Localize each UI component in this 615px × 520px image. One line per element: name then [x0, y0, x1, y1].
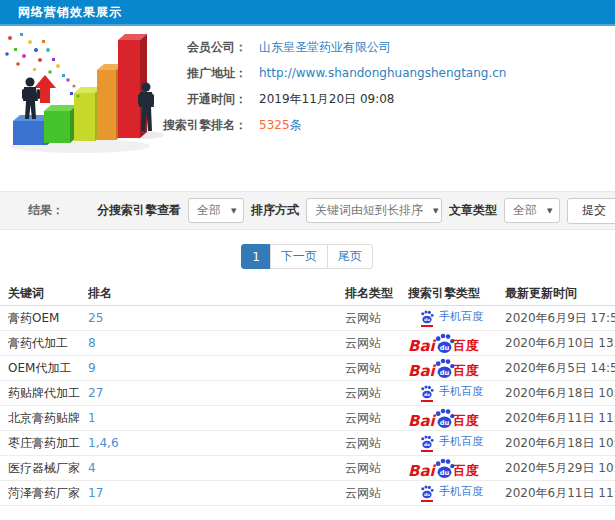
- sort-label: 排序方式: [251, 202, 299, 219]
- engine-filter-value: 全部: [197, 202, 221, 219]
- mobile-baidu-label: 手机百度: [439, 434, 483, 449]
- rank-link[interactable]: 27: [88, 386, 345, 400]
- baidu-red-underline: [421, 450, 433, 452]
- page-1-button[interactable]: 1: [241, 244, 271, 269]
- svg-text:du: du: [424, 492, 430, 497]
- baidu-paw-icon: du: [420, 435, 434, 449]
- member-info-list: 会员公司： 山东皇圣堂药业有限公司 推广地址： http://www.shand…: [147, 26, 615, 138]
- chevron-down-icon: ▼: [231, 207, 236, 215]
- table-row: 膏药OEM 25 云网站 du 手机百度: [0, 306, 615, 331]
- article-type-select[interactable]: 全部 ▼: [504, 198, 560, 223]
- baidu-paw-icon: du: [420, 485, 434, 499]
- baidu-logo-bai: Bai: [408, 339, 435, 354]
- engine-filter-select[interactable]: 全部 ▼: [188, 198, 244, 223]
- result-label: 结果：: [28, 202, 64, 219]
- submit-button[interactable]: 提交: [567, 198, 615, 224]
- promo-url-link[interactable]: http://www.shandonghuangshengtang.cn: [259, 66, 506, 80]
- table-row: 药贴牌代加工 27 云网站 du 手机百度: [0, 381, 615, 406]
- col-engine-type: 搜索引擎类型: [408, 285, 505, 302]
- baidu-logo-cn: 百度: [453, 414, 479, 428]
- last-page-button[interactable]: 尾页: [327, 244, 373, 269]
- rank-link[interactable]: 8: [88, 336, 345, 350]
- pagination: 1 下一页 尾页: [0, 244, 615, 269]
- engine-cell: Bai du 百度: [408, 358, 505, 379]
- baidu-logo: Bai du 百度: [408, 408, 479, 429]
- engine-cell: Bai du 百度: [408, 333, 505, 354]
- table-row: 菏泽膏药厂家 17 云网站 du 手机百度: [0, 481, 615, 506]
- col-rank-type: 排名类型: [345, 285, 408, 302]
- open-time-value: 2019年11月20日 09:08: [259, 91, 394, 108]
- company-link[interactable]: 山东皇圣堂药业有限公司: [259, 39, 391, 56]
- updated-cell: 2020年6月5日 14:57: [505, 360, 615, 377]
- sort-select[interactable]: 关键词由短到长排序 ▼: [306, 198, 442, 223]
- col-updated: 最新更新时间: [505, 285, 615, 302]
- baidu-logo-cn: 百度: [453, 464, 479, 478]
- baidu-paw-icon: du: [434, 408, 455, 429]
- rank-link[interactable]: 4: [88, 461, 345, 475]
- updated-cell: 2020年6月11日 11:18: [505, 410, 615, 427]
- rank-type-cell: 云网站: [345, 485, 408, 502]
- rank-link[interactable]: 9: [88, 361, 345, 375]
- svg-text:du: du: [439, 418, 449, 426]
- chevron-down-icon: ▼: [433, 207, 438, 215]
- growth-chart-illustration: [0, 28, 185, 188]
- baidu-logo-cn: 百度: [453, 339, 479, 353]
- sort-value: 关键词由短到长排序: [315, 202, 423, 219]
- rank-count-unit[interactable]: 条: [290, 118, 302, 132]
- rank-link[interactable]: 17: [88, 486, 345, 500]
- info-row-url: 推广地址： http://www.shandonghuangshengtang.…: [147, 60, 615, 86]
- rank-count-number: 5325: [259, 118, 290, 132]
- keyword-cell: 医疗器械厂家: [8, 460, 88, 477]
- svg-text:du: du: [424, 392, 430, 397]
- rank-type-cell: 云网站: [345, 385, 408, 402]
- bar-growth-graphic: [0, 28, 185, 188]
- col-rank: 排名: [88, 285, 345, 302]
- rank-link[interactable]: 25: [88, 311, 345, 325]
- keyword-cell: 北京膏药贴牌: [8, 410, 88, 427]
- table-row: 枣庄膏药加工 1,4,6 云网站 du 手机百度: [0, 431, 615, 456]
- engine-filter-label: 分搜索引擎查看: [97, 202, 181, 219]
- table-body: 膏药OEM 25 云网站 du 手机百度: [0, 306, 615, 506]
- baidu-paw-icon: du: [420, 310, 434, 324]
- svg-text:du: du: [424, 317, 430, 322]
- mobile-baidu-label: 手机百度: [439, 309, 483, 324]
- rank-link[interactable]: 1,4,6: [88, 436, 345, 450]
- baidu-logo-bai: Bai: [408, 364, 435, 379]
- info-row-open-time: 开通时间： 2019年11月20日 09:08: [147, 86, 615, 112]
- rank-type-cell: 云网站: [345, 310, 408, 327]
- member-profile-section: 会员公司： 山东皇圣堂药业有限公司 推广地址： http://www.shand…: [0, 26, 615, 191]
- rank-count-value: 5325条: [259, 117, 302, 134]
- svg-text:du: du: [439, 368, 449, 376]
- svg-text:du: du: [439, 468, 449, 476]
- baidu-paw-icon: du: [420, 385, 434, 399]
- keyword-cell: 枣庄膏药加工: [8, 435, 88, 452]
- baidu-paw-icon: du: [434, 358, 455, 379]
- rank-type-cell: 云网站: [345, 410, 408, 427]
- table-row: 膏药代加工 8 云网站 Bai du 百度 2020年6月10日 13:40: [0, 331, 615, 356]
- table-row: OEM代加工 9 云网站 Bai du 百度 2020年6月5日 14:57: [0, 356, 615, 381]
- table-header-row: 关键词 排名 排名类型 搜索引擎类型 最新更新时间: [0, 281, 615, 306]
- baidu-red-underline: [421, 400, 433, 402]
- mobile-baidu-label: 手机百度: [439, 484, 483, 499]
- info-row-rank-count: 搜索引擎排名： 5325条: [147, 112, 615, 138]
- mobile-baidu-label: 手机百度: [439, 384, 483, 399]
- rank-link[interactable]: 1: [88, 411, 345, 425]
- keyword-cell: 膏药代加工: [8, 335, 88, 352]
- keyword-cell: 菏泽膏药厂家: [8, 485, 88, 502]
- rank-type-cell: 云网站: [345, 435, 408, 452]
- col-keyword: 关键词: [8, 285, 88, 302]
- updated-cell: 2020年6月18日 10:19: [505, 435, 615, 452]
- article-type-label: 文章类型: [449, 202, 497, 219]
- keyword-cell: OEM代加工: [8, 360, 88, 377]
- chevron-down-icon: ▼: [547, 207, 552, 215]
- rank-type-cell: 云网站: [345, 335, 408, 352]
- baidu-logo: Bai du 百度: [408, 458, 479, 479]
- updated-cell: 2020年6月10日 13:40: [505, 335, 615, 352]
- baidu-logo-bai: Bai: [408, 414, 435, 429]
- next-page-button[interactable]: 下一页: [270, 244, 328, 269]
- baidu-red-underline: [421, 500, 433, 502]
- updated-cell: 2020年6月18日 10:25: [505, 385, 615, 402]
- engine-cell: du 手机百度: [408, 434, 505, 452]
- mobile-baidu-badge: du 手机百度: [408, 384, 483, 399]
- engine-cell: Bai du 百度: [408, 408, 505, 429]
